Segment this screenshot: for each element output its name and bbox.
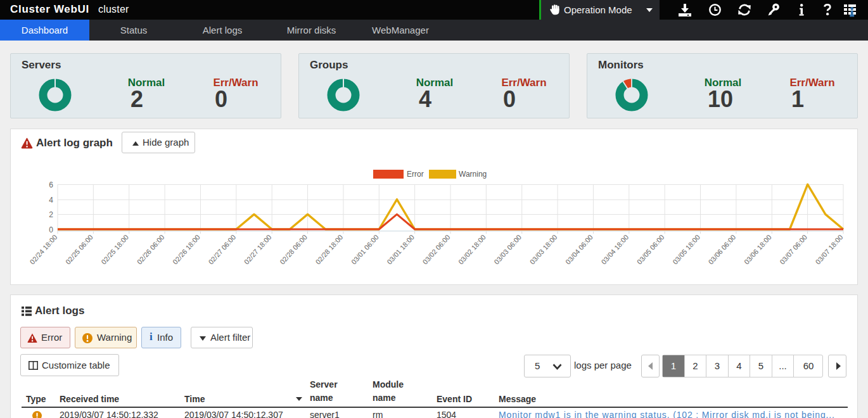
- svg-text:02/28 06:00: 02/28 06:00: [278, 233, 309, 265]
- svg-text:03/02 18:00: 03/02 18:00: [457, 233, 487, 265]
- svg-text:03/01 18:00: 03/01 18:00: [385, 233, 416, 265]
- svg-text:03/04 18:00: 03/04 18:00: [599, 233, 630, 265]
- svg-text:03/01 06:00: 03/01 06:00: [350, 233, 380, 265]
- svg-text:2: 2: [49, 210, 53, 219]
- svg-text:02/24 18:00: 02/24 18:00: [29, 233, 59, 265]
- svg-text:0: 0: [49, 225, 53, 234]
- svg-text:03/03 06:00: 03/03 06:00: [492, 233, 523, 265]
- svg-text:03/05 18:00: 03/05 18:00: [671, 233, 701, 265]
- svg-text:6: 6: [49, 180, 53, 189]
- svg-text:02/25 06:00: 02/25 06:00: [64, 233, 94, 265]
- svg-text:02/27 06:00: 02/27 06:00: [207, 233, 237, 265]
- svg-text:02/26 18:00: 02/26 18:00: [171, 233, 201, 265]
- svg-text:03/05 06:00: 03/05 06:00: [635, 233, 666, 265]
- svg-text:03/07 06:00: 03/07 06:00: [778, 233, 808, 265]
- svg-text:03/03 18:00: 03/03 18:00: [528, 233, 559, 265]
- svg-text:4: 4: [49, 196, 53, 205]
- svg-text:03/07 18:00: 03/07 18:00: [814, 233, 845, 265]
- svg-text:02/25 18:00: 02/25 18:00: [99, 233, 130, 265]
- svg-text:03/06 06:00: 03/06 06:00: [707, 233, 737, 265]
- svg-text:02/26 06:00: 02/26 06:00: [136, 233, 166, 265]
- svg-text:03/04 06:00: 03/04 06:00: [564, 233, 594, 265]
- svg-text:03/02 06:00: 03/02 06:00: [421, 233, 452, 265]
- svg-text:02/27 18:00: 02/27 18:00: [243, 233, 273, 265]
- svg-text:02/28 18:00: 02/28 18:00: [314, 233, 345, 265]
- svg-text:03/06 18:00: 03/06 18:00: [743, 233, 773, 265]
